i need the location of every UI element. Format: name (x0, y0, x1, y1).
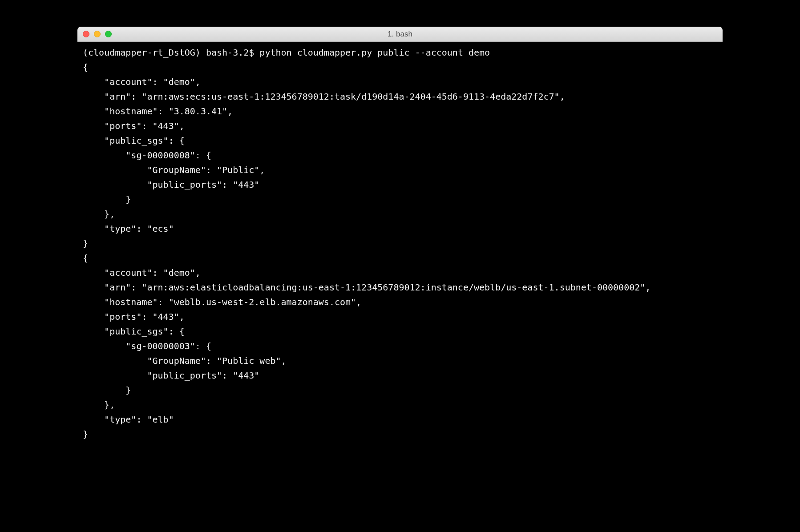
minimize-icon[interactable] (94, 31, 101, 37)
window-title: 1. bash (77, 30, 723, 39)
output-line: { (83, 253, 88, 263)
output-line: "sg-00000008": { (83, 150, 211, 161)
output-line: "GroupName": "Public web", (83, 355, 287, 366)
output-line: } (83, 429, 88, 439)
output-line: } (83, 194, 131, 205)
output-line: "account": "demo", (83, 267, 201, 278)
output-line: "sg-00000003": { (83, 341, 211, 351)
output-line: "type": "elb" (83, 414, 174, 425)
prompt-line: (cloudmapper-rt_DstOG) bash-3.2$ python … (83, 47, 490, 58)
output-line: "hostname": "3.80.3.41", (83, 106, 233, 117)
terminal-body[interactable]: (cloudmapper-rt_DstOG) bash-3.2$ python … (77, 42, 723, 468)
traffic-lights (83, 31, 112, 37)
title-bar[interactable]: 1. bash (77, 27, 723, 42)
output-line: }, (83, 209, 115, 219)
output-line: "public_sgs": { (83, 326, 185, 337)
terminal-window: 1. bash (cloudmapper-rt_DstOG) bash-3.2$… (77, 27, 723, 468)
prompt: (cloudmapper-rt_DstOG) bash-3.2$ (83, 47, 259, 58)
output-line: } (83, 238, 88, 249)
output-line: } (83, 385, 131, 395)
output-line: { (83, 62, 88, 73)
output-line: "arn": "arn:aws:ecs:us-east-1:1234567890… (83, 91, 565, 102)
output-line: "ports": "443", (83, 121, 185, 131)
output-line: }, (83, 399, 115, 410)
output-line: "type": "ecs" (83, 223, 174, 234)
output-line: "arn": "arn:aws:elasticloadbalancing:us-… (83, 282, 651, 293)
close-icon[interactable] (83, 31, 89, 37)
output-line: "public_ports": "443" (83, 179, 259, 190)
command: python cloudmapper.py public --account d… (259, 47, 490, 58)
output-line: "hostname": "weblb.us-west-2.elb.amazona… (83, 297, 361, 307)
maximize-icon[interactable] (105, 31, 112, 37)
output-line: "public_ports": "443" (83, 370, 259, 381)
output-line: "account": "demo", (83, 77, 201, 87)
output-line: "ports": "443", (83, 311, 185, 322)
output-line: "GroupName": "Public", (83, 165, 265, 175)
output-line: "public_sgs": { (83, 135, 185, 146)
